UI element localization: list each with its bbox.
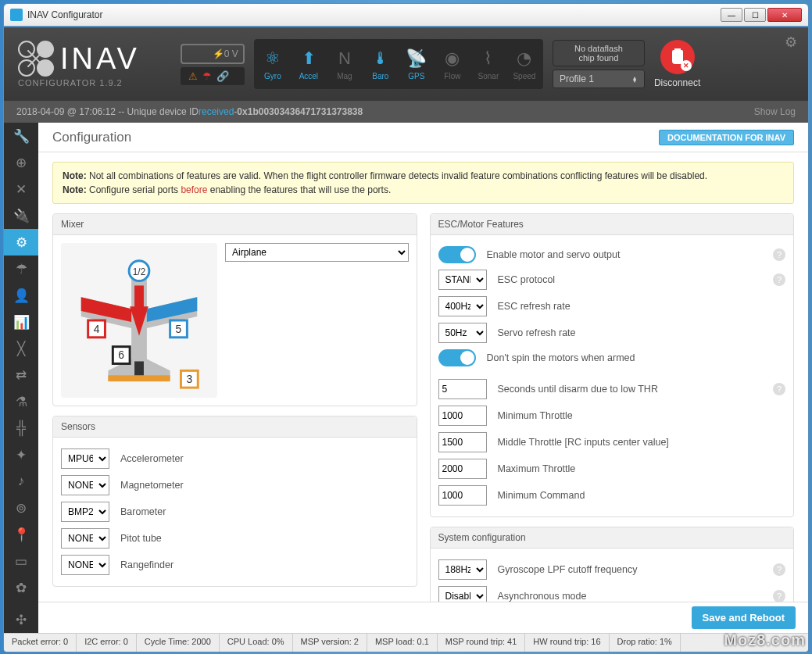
sensor-flow: ◉Flow	[435, 41, 470, 88]
close-button[interactable]: ✕	[767, 8, 802, 22]
sensor-baro: 🌡Baro	[363, 41, 398, 88]
maximize-button[interactable]: ☐	[744, 8, 766, 22]
settings-gear-icon[interactable]: ⚙	[785, 34, 797, 51]
sensor-accelerometer-select[interactable]: MPU60	[61, 449, 109, 469]
mid-throttle-input[interactable]	[438, 432, 487, 452]
inav-logo-icon	[18, 41, 54, 77]
documentation-button[interactable]: DOCUMENTATION FOR INAV	[659, 130, 794, 145]
svg-text:5: 5	[176, 323, 182, 335]
nospin-toggle[interactable]	[438, 349, 476, 366]
minimize-button[interactable]: —	[721, 8, 742, 22]
stat-cpu-load: CPU Load: 0%	[220, 634, 293, 652]
stat-msp-load: MSP load: 0.1	[367, 634, 438, 652]
nav-item-16[interactable]: ▭	[4, 548, 38, 574]
svg-text:1/2: 1/2	[133, 266, 146, 277]
stat-hw-round-trip: HW round trip: 16	[525, 634, 609, 652]
nav-item-15[interactable]: 📍	[4, 521, 38, 548]
help-icon[interactable]: ?	[773, 383, 785, 395]
nav-item-9[interactable]: ⇄	[4, 362, 38, 388]
help-icon[interactable]: ?	[773, 590, 785, 602]
page-title: Configuration	[52, 130, 131, 145]
nav-item-14[interactable]: ⊚	[4, 495, 38, 521]
esc-refresh-select[interactable]: 400Hz	[438, 296, 487, 316]
stats-bar: Packet error: 0I2C error: 0Cycle Time: 2…	[4, 633, 808, 652]
disconnect-button[interactable]: Disconnect	[654, 40, 700, 88]
sensor-status-row: ⚛Gyro⬆AccelNMag🌡Baro📡GPS◉Flow⌇Sonar◔Spee…	[254, 39, 543, 89]
sensor-speed: ◔Speed	[507, 41, 542, 88]
system-config-panel: System configuration 188HzGyroscope LPF …	[430, 527, 795, 602]
disarm-seconds-input[interactable]	[438, 379, 487, 399]
nav-item-7[interactable]: 📊	[4, 309, 38, 335]
stat-msp-version: MSP version: 2	[293, 634, 367, 652]
svg-text:4: 4	[94, 323, 100, 335]
svg-rect-1	[108, 375, 170, 381]
nav-item-12[interactable]: ✦	[4, 441, 38, 468]
svg-rect-0	[134, 285, 144, 313]
status-badge: ⚠ ☂ 🔗	[181, 67, 245, 85]
esc-motor-panel: ESC/Motor Features Enable motor and serv…	[430, 213, 795, 517]
voltage-badge: ⚡ 0 V	[181, 44, 245, 64]
mixer-panel: Mixer	[52, 213, 417, 406]
nav-item-18[interactable]: ✣	[4, 606, 38, 633]
sensor-gyro: ⚛Gyro	[256, 41, 290, 88]
nav-item-3[interactable]: 🔌	[4, 202, 38, 229]
sensor-sonar: ⌇Sonar	[471, 41, 506, 88]
window-title: INAV Configurator	[27, 9, 721, 20]
stat-i2c-error: I2C error: 0	[77, 634, 137, 652]
servo-refresh-select[interactable]: 50Hz	[438, 323, 487, 343]
sensor-magnetometer-select[interactable]: NONE	[61, 475, 109, 495]
nav-item-17[interactable]: ✿	[4, 574, 38, 601]
sensor-rangefinder-select[interactable]: NONE	[61, 555, 109, 575]
log-status-line: 2018-04-09 @ 17:06:12 -- Unique device I…	[4, 101, 808, 123]
nav-item-2[interactable]: ✕	[4, 176, 38, 202]
help-icon[interactable]: ?	[773, 248, 785, 261]
sensors-panel: Sensors MPU60AccelerometerNONEMagnetomet…	[52, 416, 417, 587]
min-command-input[interactable]	[438, 485, 487, 506]
esc-protocol-select[interactable]: STAND	[438, 270, 487, 290]
nav-item-8[interactable]: ╳	[4, 335, 38, 362]
help-icon[interactable]: ?	[773, 563, 785, 576]
nav-item-11[interactable]: ╬	[4, 415, 38, 441]
async-mode-select[interactable]: Disable	[438, 586, 487, 602]
window-titlebar: INAV Configurator — ☐ ✕	[3, 3, 809, 27]
svg-text:6: 6	[118, 349, 124, 362]
sensor-pitot tube-select[interactable]: NONE	[61, 528, 109, 549]
nav-item-4[interactable]: ⚙	[4, 229, 38, 256]
stat-msp-round-trip: MSP round trip: 41	[438, 634, 526, 652]
app-logo: INAV CONFIGURATOR 1.9.2	[18, 41, 140, 88]
app-icon	[10, 9, 23, 21]
profile-selector[interactable]: Profile 1	[553, 70, 645, 88]
nav-item-10[interactable]: ⚗	[4, 388, 38, 415]
svg-rect-2	[134, 361, 144, 375]
dataflash-status: No dataflashchip found	[553, 40, 645, 66]
nav-item-5[interactable]: ☂	[4, 256, 38, 282]
sensor-barometer-select[interactable]: BMP28	[61, 502, 109, 522]
stat-drop-ratio: Drop ratio: 1%	[610, 634, 681, 652]
max-throttle-input[interactable]	[438, 459, 487, 479]
sensor-accel: ⬆Accel	[292, 41, 326, 88]
airplane-diagram: 1/2 4 5 6 3	[61, 243, 217, 398]
nav-item-13[interactable]: ♪	[4, 468, 38, 495]
notice-box: Note: Not all combinations of features a…	[52, 162, 794, 204]
app-header: INAV CONFIGURATOR 1.9.2 ⚡ 0 V ⚠ ☂ 🔗 ⚛Gyr…	[4, 27, 808, 101]
save-reboot-button[interactable]: Save and Reboot	[692, 606, 796, 629]
nav-item-1[interactable]: ⊕	[4, 149, 38, 176]
nav-item-0[interactable]: 🔧	[4, 123, 38, 149]
stat-cycle-time: Cycle Time: 2000	[137, 634, 220, 652]
gyro-lpf-select[interactable]: 188Hz	[438, 559, 487, 580]
min-throttle-input[interactable]	[438, 406, 487, 426]
show-log-link[interactable]: Show Log	[754, 106, 796, 117]
sensor-mag: NMag	[327, 41, 362, 88]
help-icon[interactable]: ?	[773, 273, 785, 286]
mixer-type-select[interactable]: Airplane	[225, 243, 409, 262]
stat-packet-error: Packet error: 0	[4, 634, 77, 652]
sensor-gps: 📡GPS	[399, 41, 434, 88]
usb-disconnect-icon	[660, 40, 695, 74]
nav-item-6[interactable]: 👤	[4, 282, 38, 309]
svg-text:3: 3	[186, 373, 192, 385]
enable-motor-toggle[interactable]	[438, 246, 476, 263]
link-icon: 🔗	[216, 70, 229, 82]
side-nav: 🔧⊕✕🔌⚙☂👤📊╳⇄⚗╬✦♪⊚📍▭✿✣	[4, 123, 38, 633]
warning-icon: ⚠	[188, 70, 198, 82]
parachute-icon: ☂	[202, 70, 212, 82]
